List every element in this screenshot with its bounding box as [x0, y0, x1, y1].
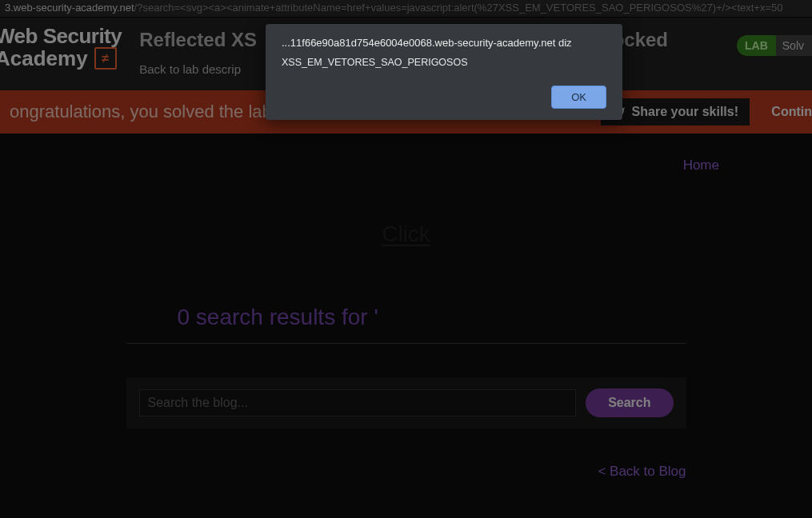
search-input[interactable]: [139, 389, 577, 416]
nav-home-wrapper: Home: [48, 157, 764, 173]
back-to-blog-wrapper: < Back to Blog: [126, 464, 686, 480]
injected-svg-link-wrapper: Click: [48, 221, 764, 247]
logo-text-1: Web Security: [0, 26, 122, 47]
url-domain: 3.web-security-academy.net: [5, 2, 134, 14]
main-content: Home Click 0 search results for ' Search…: [0, 133, 812, 504]
congrats-text: ongratulations, you solved the lab!: [10, 102, 277, 122]
continue-link[interactable]: Contin: [771, 105, 812, 119]
academy-logo[interactable]: Web Security Academy ≠: [0, 26, 122, 70]
logo-text-2: Academy ≠: [0, 47, 122, 70]
address-bar[interactable]: 3.web-security-academy.net/?search=<svg>…: [0, 0, 812, 18]
alert-origin: ...11f66e90a81d754e6004e0068.web-securit…: [282, 37, 606, 49]
back-to-blog-link[interactable]: < Back to Blog: [598, 464, 686, 479]
solved-label: Solv: [776, 35, 812, 56]
alert-button-row: OK: [282, 86, 606, 109]
search-results-heading: 0 search results for ': [126, 305, 686, 344]
url-path: /?search=<svg><a><animate+attributeName=…: [134, 2, 783, 14]
search-section: 0 search results for ' Search < Back to …: [126, 305, 686, 480]
lab-badge: LAB: [737, 35, 776, 56]
injected-click-link[interactable]: Click: [382, 221, 430, 246]
alert-message: XSS_EM_VETORES_SAO_PERIGOSOS: [282, 57, 606, 68]
share-button[interactable]: Share your skills!: [601, 98, 750, 126]
logo-icon: ≠: [94, 47, 117, 70]
lab-status: LAB Solv: [737, 35, 812, 56]
search-form: Search: [126, 377, 686, 428]
share-button-label: Share your skills!: [632, 105, 738, 119]
alert-ok-button[interactable]: OK: [551, 86, 606, 109]
js-alert-dialog: ...11f66e90a81d754e6004e0068.web-securit…: [266, 24, 622, 120]
search-button[interactable]: Search: [586, 388, 673, 417]
home-link[interactable]: Home: [683, 157, 719, 173]
